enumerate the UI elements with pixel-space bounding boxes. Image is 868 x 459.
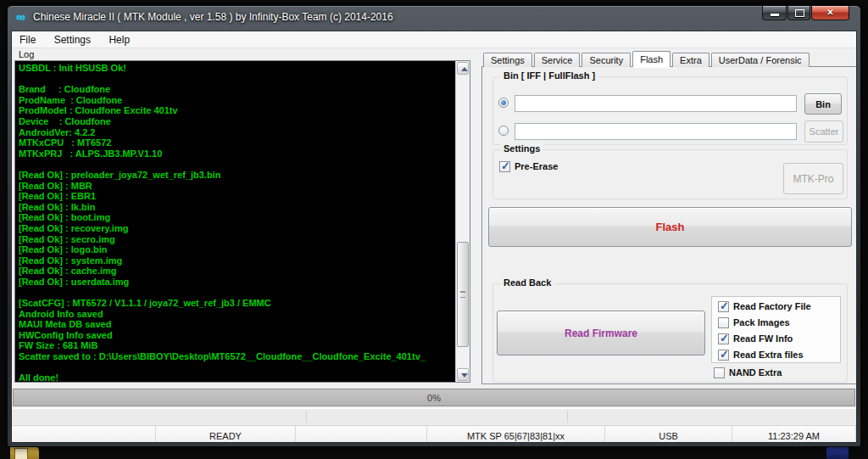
flash-button[interactable]: Flash <box>488 207 852 247</box>
status-segment-usb: USB <box>605 426 732 443</box>
bin-radio[interactable] <box>498 98 509 108</box>
scatter-button[interactable]: Scatter <box>804 120 843 143</box>
app-window: ∞ Chinese Miracle II ( MTK Module , ver … <box>7 5 861 447</box>
menu-file[interactable]: File <box>12 31 43 48</box>
log-line: Android Info saved <box>19 309 455 320</box>
read-back-options-panel: Read Factory File Pack Images Read FW In… <box>711 296 841 363</box>
read-fw-info-checkbox[interactable] <box>718 333 729 344</box>
log-line: MAUI Meta DB saved <box>19 319 455 330</box>
bin-button[interactable]: Bin <box>804 93 842 115</box>
status-segment-ready: READY <box>156 426 296 443</box>
tab-security[interactable]: Security <box>581 53 631 67</box>
read-back-group-title: Read Back <box>500 277 554 288</box>
tab-extra[interactable]: Extra <box>672 53 709 67</box>
log-line: [Read Ok] : MBR <box>19 181 455 192</box>
log-line: [Read Ok] : system.img <box>19 255 455 266</box>
log-line: All done! <box>19 372 455 382</box>
log-line: MTKxPRJ : ALPS.JB3.MP.V1.10 <box>19 148 455 160</box>
log-content: USBDL : Init HSUSB Ok! Brand : Cloudfone… <box>15 61 455 382</box>
log-line: [Read Ok] : preloader_joya72_wet_ref_jb3… <box>19 170 455 181</box>
titlebar[interactable]: ∞ Chinese Miracle II ( MTK Module , ver … <box>8 6 860 30</box>
status-segment-time: 11:23:29 AM <box>732 426 856 443</box>
log-line: [Read Ok] : secro.img <box>19 234 455 245</box>
log-line: USBDL : Init HSUSB Ok! <box>19 63 455 74</box>
mtk-pro-button[interactable]: MTK-Pro <box>783 163 843 194</box>
flash-tab-panel: Bin [ IFF | FullFlash ] Bin Scatter Sett… <box>481 66 857 384</box>
log-line: [Read Ok] : boot.img <box>19 212 455 223</box>
log-line: Brand : Cloudfone <box>19 84 455 95</box>
status-segment-device: MTK SP 65|67|83|81|xx <box>427 426 605 443</box>
tab-settings[interactable]: Settings <box>483 53 532 67</box>
log-line: MTKxCPU : MT6572 <box>19 137 455 148</box>
desktop-app-icon[interactable] <box>826 447 849 459</box>
settings-group-title: Settings <box>500 143 543 154</box>
settings-group: Settings Pre-Erase MTK-Pro <box>492 149 848 199</box>
log-line: [Read Ok] : EBR1 <box>19 191 455 202</box>
statusbar: READY MTK SP 65|67|83|81|xx USB 11:23:29… <box>12 425 856 443</box>
log-label: Log <box>19 49 34 59</box>
read-factory-file-label: Read Factory File <box>733 301 811 311</box>
progress-value: 0% <box>427 393 441 403</box>
status-segment-blank2 <box>296 426 427 443</box>
read-factory-file-checkbox[interactable] <box>718 301 729 312</box>
status-segment-blank1 <box>12 426 156 443</box>
log-line: [ScatCFG] : MT6572 / V1.1.1 / joya72_wet… <box>19 298 455 309</box>
menu-help[interactable]: Help <box>101 31 137 48</box>
menu-settings[interactable]: Settings <box>47 31 98 48</box>
scroll-up-icon[interactable] <box>457 62 469 75</box>
close-button[interactable] <box>811 6 849 20</box>
log-line: [Read Ok] : cache.img <box>19 266 455 277</box>
bin-path-input[interactable] <box>515 95 797 112</box>
status-divider <box>567 411 568 423</box>
log-scrollbar[interactable] <box>455 61 470 382</box>
scatter-path-input[interactable] <box>515 123 797 140</box>
log-line: Scatter saved to : D:\Users\BIBOY\Deskto… <box>19 351 455 362</box>
status-divider <box>306 411 307 423</box>
maximize-button[interactable] <box>787 6 810 20</box>
scrollbar-thumb[interactable] <box>457 242 469 347</box>
pack-images-label: Pack Images <box>733 317 790 327</box>
log-line: [Read Ok] : recovery.img <box>19 223 455 234</box>
nand-extra-checkbox[interactable] <box>714 367 725 378</box>
log-line: [Read Ok] : lk.bin <box>19 202 455 213</box>
read-extra-files-label: Read Extra files <box>733 350 804 360</box>
client-area: File Settings Help Log USBDL : Init HSUS… <box>11 31 857 443</box>
log-line <box>19 362 455 373</box>
log-output[interactable]: USBDL : Init HSUSB Ok! Brand : Cloudfone… <box>14 60 470 383</box>
log-line: ProdName : Cloudfone <box>19 95 455 106</box>
scatter-radio[interactable] <box>498 126 509 136</box>
log-line: [Read Ok] : userdata.img <box>19 277 455 288</box>
tab-flash[interactable]: Flash <box>632 51 670 67</box>
log-line <box>19 287 455 298</box>
log-line: [Read Ok] : logo.bin <box>19 244 455 255</box>
pre-erase-label: Pre-Erase <box>515 161 558 171</box>
tab-userdata-forensic[interactable]: UserData / Forensic <box>711 53 810 67</box>
log-line: AndroidVer: 4.2.2 <box>19 127 455 138</box>
pre-erase-checkbox[interactable] <box>499 161 510 172</box>
log-line: HWConfig Info saved <box>19 330 455 341</box>
bin-group: Bin [ IFF | FullFlash ] Bin Scatter <box>492 76 848 145</box>
menubar: File Settings Help <box>12 31 856 48</box>
minimize-button[interactable] <box>762 6 787 20</box>
log-line: Device : Cloudfone <box>19 116 455 127</box>
nand-extra-label: NAND Extra <box>729 367 782 378</box>
read-extra-files-checkbox[interactable] <box>718 350 729 361</box>
pack-images-checkbox[interactable] <box>718 317 729 328</box>
log-line <box>19 159 455 170</box>
read-back-group: Read Back Read Firmware Read Factory Fil… <box>492 283 848 383</box>
scroll-down-icon[interactable] <box>457 368 469 381</box>
read-fw-info-label: Read FW Info <box>733 333 793 344</box>
window-controls <box>761 6 849 20</box>
log-line: ProdModel : Cloudfone Excite 401tv <box>19 105 455 116</box>
read-firmware-button[interactable]: Read Firmware <box>497 311 705 355</box>
tabstrip: Settings Service Security Flash Extra Us… <box>483 51 811 67</box>
status-strip-upper <box>12 408 856 424</box>
tab-service[interactable]: Service <box>534 53 581 67</box>
bin-group-title: Bin [ IFF | FullFlash ] <box>500 70 598 81</box>
progress-bar: 0% <box>13 389 855 406</box>
log-line: FW Size : 681 MiB <box>19 340 455 351</box>
app-logo-icon: ∞ <box>16 9 25 25</box>
log-line <box>19 74 455 85</box>
window-title: Chinese Miracle II ( MTK Module , ver 1.… <box>33 11 393 23</box>
